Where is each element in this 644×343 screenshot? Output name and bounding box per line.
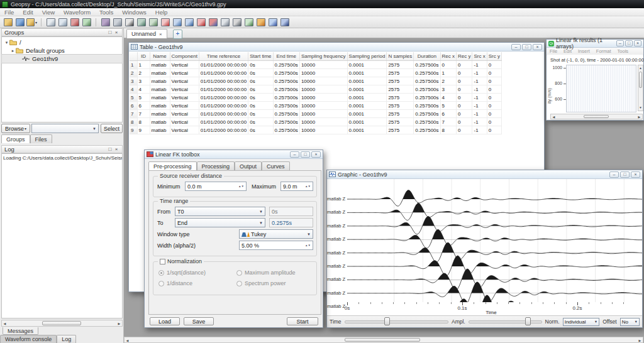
table-cell[interactable]: -1 — [472, 94, 487, 102]
save-button[interactable]: Save — [184, 317, 214, 325]
table-cell[interactable]: 2575 — [387, 102, 414, 110]
table-cell[interactable]: 01/01/2000 00:00:00 — [199, 118, 248, 126]
table-cell[interactable]: matlab — [150, 118, 170, 126]
table-cell[interactable]: Vertical — [170, 77, 199, 85]
graphic-plot-region[interactable]: matlab Zmatlab Zmatlab Zmatlab Zmatlab Z… — [327, 179, 642, 317]
bottom-tab-log[interactable]: Log — [57, 335, 76, 343]
close-button[interactable]: × — [634, 40, 641, 46]
scroll-right-icon[interactable]: ▶ — [636, 114, 642, 120]
table-cell[interactable]: 0 — [487, 85, 501, 94]
table-row[interactable]: 99matlabVertical01/01/2000 00:00:000s0.2… — [130, 126, 501, 134]
maximize-button[interactable]: □ — [522, 44, 531, 50]
scroll-left-icon[interactable]: ◀ — [2, 321, 8, 327]
group-filter-combo[interactable]: ▼ — [31, 124, 99, 133]
groups-dock-titlebar[interactable]: Groups □ × — [1, 28, 123, 36]
table-cell[interactable]: 0 — [457, 118, 472, 126]
table-cell[interactable]: Vertical — [170, 85, 199, 94]
menu-help[interactable]: Help — [151, 9, 172, 16]
row-header[interactable]: 7 — [130, 110, 137, 118]
table-row[interactable]: 88matlabVertical01/01/2000 00:00:000s0.2… — [130, 118, 501, 126]
table-cell[interactable]: 10000 — [299, 102, 347, 110]
table-cell[interactable]: 0.0001 — [347, 126, 387, 134]
select-button[interactable]: Select — [101, 124, 123, 133]
scroll-left-icon[interactable]: ◀ — [125, 338, 130, 343]
table-cell[interactable]: 0s — [248, 110, 273, 118]
table-cell[interactable]: 0s — [248, 102, 273, 110]
tree-item--[interactable]: ▾/ — [2, 38, 122, 46]
messages-tab[interactable]: Messages — [3, 327, 38, 335]
spin-arrows-icon[interactable]: ▲▼ — [238, 185, 244, 188]
table-cell[interactable]: 0s — [248, 94, 273, 102]
table-cell[interactable]: 0 — [457, 77, 472, 85]
table-cell[interactable]: 0.257500s — [273, 94, 299, 102]
hv-icon[interactable] — [184, 17, 194, 27]
column-header-rec-x[interactable]: Rec x — [440, 52, 456, 61]
table-cell[interactable]: 0.0001 — [347, 94, 387, 102]
map-orange-icon[interactable] — [255, 17, 266, 27]
table-cell[interactable]: 01/01/2000 00:00:00 — [199, 77, 248, 85]
table-cell[interactable]: 10000 — [299, 85, 347, 94]
table-cell[interactable]: 2575 — [387, 118, 414, 126]
table-cell[interactable]: -1 — [472, 85, 487, 94]
table-cell[interactable]: 0.257500s — [273, 110, 299, 118]
array-plot-icon[interactable] — [100, 17, 111, 27]
table-cell[interactable]: 0.257500s — [414, 110, 440, 118]
table-window-titlebar[interactable]: Table - Geo1thv9 – □ × — [129, 43, 544, 52]
fk-hscrollbar[interactable]: ◀ ▶ — [550, 114, 643, 119]
table-cell[interactable]: 0 — [457, 69, 472, 77]
ampl-slider[interactable] — [469, 320, 542, 324]
table-cell[interactable]: 6 — [137, 102, 150, 110]
fk-plot-area[interactable] — [566, 65, 636, 112]
menu-waveform[interactable]: Waveform — [59, 9, 95, 16]
column-header-n-samples[interactable]: N samples — [387, 52, 414, 61]
table-row[interactable]: 33matlabVertical01/01/2000 00:00:000s0.2… — [130, 77, 501, 85]
row-header[interactable]: 8 — [130, 118, 137, 126]
column-header-time-reference[interactable]: Time reference — [199, 52, 248, 61]
table-cell[interactable]: 10000 — [299, 77, 347, 85]
table-cell[interactable]: 10000 — [299, 61, 347, 69]
column-header-duration[interactable]: Duration — [414, 52, 440, 61]
row-header[interactable]: 2 — [130, 69, 137, 77]
log-hscrollbar[interactable]: ◀ ▶ — [1, 320, 123, 327]
table-cell[interactable]: matlab — [150, 69, 170, 77]
tab-unnamed[interactable]: Unnamed × — [126, 29, 167, 38]
menu-file[interactable]: File — [0, 9, 18, 16]
maximum-distance-spinbox[interactable]: 9.0 m ▲▼ — [280, 182, 313, 191]
radio-icon[interactable] — [158, 270, 164, 276]
column-header-id[interactable]: ID — [137, 52, 150, 61]
scroll-down-icon[interactable]: ▼ — [638, 105, 643, 111]
table-row[interactable]: 77matlabVertical01/01/2000 00:00:000s0.2… — [130, 110, 501, 118]
table-cell[interactable]: 0 — [487, 69, 501, 77]
table-row[interactable]: 44matlabVertical01/01/2000 00:00:000s0.2… — [130, 85, 501, 94]
table-cell[interactable]: 0.257500s — [414, 118, 440, 126]
radio-1-sqrt-distance-[interactable]: 1/sqrt(distance) — [158, 270, 206, 276]
table-cell[interactable]: 01/01/2000 00:00:00 — [199, 102, 248, 110]
table-cell[interactable]: matlab — [150, 102, 170, 110]
table-cell[interactable]: 0 — [457, 110, 472, 118]
column-header-sampling-period[interactable]: Sampling period — [347, 52, 387, 61]
column-header-sampling-frequency[interactable]: Sampling frequency — [299, 52, 347, 61]
table-cell[interactable]: 0.257500s — [273, 118, 299, 126]
table-cell[interactable]: 2 — [137, 69, 150, 77]
table-row[interactable]: 11matlabVertical01/01/2000 00:00:000s0.2… — [130, 61, 501, 69]
window-type-combo[interactable]: Tukey▼ — [239, 229, 313, 239]
green-table-icon[interactable] — [243, 17, 254, 27]
table-cell[interactable]: matlab — [150, 110, 170, 118]
dock-tab-files[interactable]: Files — [30, 134, 52, 143]
fk-results-titlebar[interactable]: Qt Linear fk results (1 arrays) – □ × — [547, 40, 643, 48]
table-cell[interactable]: 1 — [440, 69, 456, 77]
table-cell[interactable]: 0.257500s — [414, 85, 440, 94]
table-cell[interactable]: 2575 — [387, 126, 414, 134]
group-table-icon[interactable] — [81, 17, 92, 27]
bottom-tab-waveform-console[interactable]: Waveform console — [0, 335, 57, 343]
row-header[interactable]: 6 — [130, 102, 137, 110]
radio-1-distance[interactable]: 1/distance — [158, 280, 192, 286]
table-cell[interactable]: 1 — [137, 61, 150, 69]
chevron-down-icon[interactable]: ▾ — [35, 20, 37, 24]
toolbox-tab-processing[interactable]: Processing — [197, 161, 235, 170]
toolbox-tab-output[interactable]: Output — [235, 161, 262, 170]
table-cell[interactable]: 01/01/2000 00:00:00 — [199, 85, 248, 94]
chart-green-icon[interactable] — [148, 17, 158, 27]
fkr-menu-file[interactable]: File — [547, 48, 560, 54]
toolbox-tab-pre-processing[interactable]: Pre-processing — [148, 161, 197, 170]
